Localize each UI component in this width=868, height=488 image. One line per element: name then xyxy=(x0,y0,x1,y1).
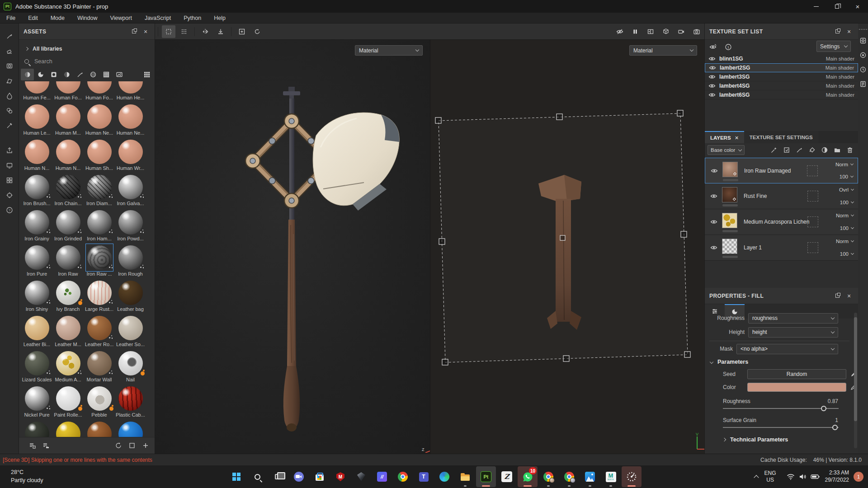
battery-icon[interactable] xyxy=(811,474,820,479)
smart-masks-filter-icon[interactable] xyxy=(47,69,60,80)
asset-item[interactable]: Iron Rough xyxy=(115,245,146,277)
menu-item-file[interactable]: File xyxy=(0,13,22,23)
layer-blend-mode[interactable]: Ovrl xyxy=(839,187,854,192)
taskbar-photos[interactable] xyxy=(580,466,600,487)
menu-item-window[interactable]: Window xyxy=(71,13,104,23)
taskbar-mcafee[interactable]: M xyxy=(330,466,350,487)
polygon-fill-tool-icon[interactable] xyxy=(3,75,16,87)
add-smart-material-icon[interactable] xyxy=(819,145,830,155)
texture-set-row[interactable]: lambert2SGMain shader xyxy=(705,63,858,72)
asset-item[interactable]: Pebble xyxy=(84,386,115,418)
split-view-icon[interactable] xyxy=(644,25,657,38)
menu-item-javascript[interactable]: JavaScript xyxy=(138,13,177,23)
taskbar-chrome-profile-1[interactable] xyxy=(538,466,558,487)
tile-icon[interactable] xyxy=(177,25,191,38)
fill-icon[interactable] xyxy=(807,145,817,155)
channel-select[interactable]: Base color xyxy=(708,145,745,155)
layer-row[interactable]: Rust FineOvrl100 xyxy=(705,183,858,209)
asset-item[interactable]: Iron Ham... xyxy=(84,210,115,241)
height-channel-select[interactable]: height xyxy=(748,327,838,338)
brushes-filter-icon[interactable] xyxy=(73,69,86,80)
add-icon[interactable] xyxy=(141,441,150,450)
tab-close-icon[interactable]: × xyxy=(735,135,739,141)
add-folder-icon[interactable] xyxy=(832,145,843,155)
geometry-icon[interactable] xyxy=(659,25,673,38)
filters-filter-icon[interactable] xyxy=(60,69,73,80)
taskbar-search[interactable] xyxy=(247,466,267,487)
asset-item[interactable]: Nail xyxy=(115,351,146,382)
transform-icon[interactable] xyxy=(162,25,175,38)
asset-item[interactable] xyxy=(52,422,84,437)
smudge-tool-icon[interactable] xyxy=(3,89,16,102)
taskbar-gem-app[interactable] xyxy=(351,466,371,487)
taskbar-edge[interactable] xyxy=(434,466,454,487)
pause-engine-icon[interactable] xyxy=(628,25,642,38)
clock[interactable]: 2:33 AM 29/7/2022 xyxy=(825,469,849,483)
menu-item-edit[interactable]: Edit xyxy=(22,13,44,23)
axe-model[interactable] xyxy=(155,40,430,454)
smart-materials-filter-icon[interactable] xyxy=(34,69,47,80)
material-picker-tool-icon[interactable] xyxy=(3,119,16,132)
asset-item[interactable] xyxy=(84,422,115,437)
asset-item[interactable]: Medium A... xyxy=(52,351,84,382)
layer-row[interactable]: Iron Raw DamagedNorm100 xyxy=(705,158,858,183)
eye-icon[interactable] xyxy=(708,91,716,99)
visibility-sync-icon[interactable] xyxy=(708,42,717,52)
alphas-filter-icon[interactable] xyxy=(86,69,99,80)
asset-item[interactable]: Leather So... xyxy=(115,316,146,347)
asset-item[interactable]: Human Fo... xyxy=(84,81,115,100)
display-settings-icon[interactable] xyxy=(859,37,867,44)
layer-opacity[interactable]: 100 xyxy=(840,225,854,231)
asset-item[interactable]: Iron Galva... xyxy=(115,175,146,206)
eye-icon[interactable] xyxy=(710,244,717,251)
asset-item[interactable]: Human N... xyxy=(21,140,52,171)
layer-thumbnail[interactable] xyxy=(722,187,737,202)
shading-mode-select-2d[interactable]: Material xyxy=(629,45,697,56)
layer-mask-placeholder[interactable] xyxy=(807,165,818,176)
properties-close-icon[interactable]: × xyxy=(844,291,854,300)
color-swatch[interactable] xyxy=(747,383,846,392)
taskbar-substance-painter[interactable]: Pt xyxy=(476,466,496,487)
help-tool-icon[interactable]: ? xyxy=(3,204,16,216)
asset-item[interactable]: Paint Rolle... xyxy=(52,386,84,418)
asset-item[interactable]: Iron Pure xyxy=(21,245,52,277)
materials-filter-icon[interactable] xyxy=(21,69,34,80)
menu-item-help[interactable]: Help xyxy=(208,13,232,23)
asset-item[interactable]: Iron Diam... xyxy=(84,175,115,206)
reset-icon[interactable] xyxy=(250,25,264,38)
asset-item[interactable]: Plastic Cab... xyxy=(115,386,146,418)
asset-item[interactable] xyxy=(21,422,52,437)
close-button[interactable]: × xyxy=(847,0,868,13)
grid-view-icon[interactable] xyxy=(140,69,153,80)
wifi-icon[interactable] xyxy=(787,474,795,480)
clone-tool-icon[interactable] xyxy=(3,104,16,117)
asset-item[interactable]: Nickel Pure xyxy=(21,386,52,418)
search-input[interactable] xyxy=(34,58,116,65)
texture-set-row[interactable]: lambert6SGMain shader xyxy=(705,90,858,99)
refresh-icon[interactable] xyxy=(114,441,123,450)
taskbar-whatsapp[interactable]: 10 xyxy=(518,466,538,487)
asset-item[interactable]: Human Fo... xyxy=(52,81,84,100)
eye-icon[interactable] xyxy=(709,64,716,71)
asset-item[interactable]: Iron Grinded xyxy=(52,210,84,241)
menu-item-viewport[interactable]: Viewport xyxy=(104,13,138,23)
asset-item[interactable]: Human Ne... xyxy=(84,104,115,136)
taskbar-start[interactable] xyxy=(226,466,246,487)
layer-mask-placeholder[interactable] xyxy=(807,242,818,253)
asset-item[interactable]: Human Le... xyxy=(21,104,52,136)
textures-filter-icon[interactable] xyxy=(99,69,113,80)
shading-mode-select[interactable]: Material xyxy=(355,45,423,56)
tab-texture-set-settings[interactable]: TEXTURE SET SETTINGS xyxy=(744,131,818,143)
add-paint-layer-icon[interactable] xyxy=(794,145,805,155)
taskbar-zbrush[interactable]: Z xyxy=(497,466,517,487)
viewport-2d[interactable]: Material V U xyxy=(430,40,704,454)
delete-layer-icon[interactable] xyxy=(844,145,855,155)
tab-layers[interactable]: LAYERS× xyxy=(705,131,744,143)
asset-item[interactable]: Human M... xyxy=(52,104,84,136)
layer-mask-placeholder[interactable] xyxy=(807,191,818,202)
parameters-section-header[interactable]: Parameters xyxy=(710,359,748,365)
texture-set-row[interactable]: blinn1SGMain shader xyxy=(705,54,858,63)
asset-item[interactable]: Human Wr... xyxy=(115,140,146,171)
taskbar-maya[interactable]: MMAYA xyxy=(601,466,621,487)
eraser-tool-icon[interactable] xyxy=(3,45,16,57)
